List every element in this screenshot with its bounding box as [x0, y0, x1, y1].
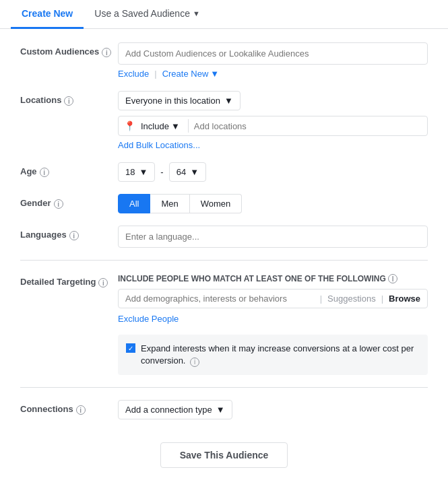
exclude-people-link[interactable]: Exclude People: [118, 314, 179, 324]
connections-content: Add a connection type ▼: [118, 400, 428, 419]
age-row: Age i 18 ▼ - 64 ▼: [20, 162, 428, 182]
connections-chevron-icon: ▼: [216, 405, 225, 415]
gender-all-button[interactable]: All: [118, 194, 150, 213]
save-section: Save This Audience: [20, 432, 428, 475]
custom-audiences-content: Exclude | Create New ▼: [118, 42, 428, 79]
gender-info-icon[interactable]: i: [54, 199, 63, 209]
gender-label: Gender i: [20, 194, 118, 209]
detailed-targeting-content: INCLUDE people who match at least ONE of…: [118, 273, 428, 375]
targeting-desc-text: people who match at least ONE of the fol…: [154, 274, 385, 283]
exclude-button[interactable]: Exclude: [118, 69, 149, 79]
languages-info-icon[interactable]: i: [69, 231, 79, 240]
gender-women-button[interactable]: Women: [190, 194, 243, 213]
tabs-bar: Create New Use a Saved Audience ▼: [0, 0, 448, 29]
custom-audiences-info-icon[interactable]: i: [102, 48, 111, 57]
languages-label: Languages i: [20, 226, 118, 240]
gender-men-button[interactable]: Men: [150, 194, 189, 213]
chevron-down-icon: ▼: [193, 9, 200, 18]
connections-row: Connections i Add a connection type ▼: [20, 400, 428, 419]
custom-audiences-label: Custom Audiences i: [20, 42, 118, 57]
age-max-dropdown[interactable]: 64 ▼: [169, 162, 206, 182]
expand-info-icon[interactable]: i: [190, 357, 199, 367]
age-inputs: 18 ▼ - 64 ▼: [118, 162, 428, 182]
expand-interests-text: Expand interests when it may increase co…: [141, 343, 420, 367]
tab-create-new[interactable]: Create New: [11, 0, 84, 29]
section-divider-1: [20, 260, 428, 261]
connections-label: Connections i: [20, 400, 118, 415]
gender-group: All Men Women: [118, 194, 428, 213]
detailed-targeting-row: Detailed Targeting i INCLUDE people who …: [20, 273, 428, 375]
include-chevron-icon: ▼: [171, 121, 180, 131]
custom-audiences-row: Custom Audiences i Exclude | Create New …: [20, 42, 428, 79]
age-content: 18 ▼ - 64 ▼: [118, 162, 428, 182]
languages-input[interactable]: [118, 226, 428, 248]
expand-interests-checkbox[interactable]: ✓: [126, 343, 135, 353]
targeting-description: INCLUDE people who match at least ONE of…: [118, 273, 428, 283]
gender-row: Gender i All Men Women: [20, 194, 428, 213]
tab-use-saved[interactable]: Use a Saved Audience ▼: [84, 0, 211, 29]
age-label: Age i: [20, 162, 118, 177]
expand-interests-row: ✓ Expand interests when it may increase …: [118, 335, 428, 375]
languages-row: Languages i: [20, 226, 428, 248]
locations-label: Locations i: [20, 91, 118, 106]
audience-actions: Exclude | Create New ▼: [118, 69, 428, 79]
location-pin-icon: 📍: [124, 121, 135, 131]
create-new-chevron-icon: ▼: [210, 69, 219, 79]
locations-dropdown[interactable]: Everyone in this location ▼: [118, 91, 241, 110]
location-input-row: 📍 Include ▼: [118, 116, 428, 136]
age-max-chevron-icon: ▼: [190, 167, 199, 177]
age-min-dropdown[interactable]: 18 ▼: [118, 162, 155, 182]
connections-dropdown[interactable]: Add a connection type ▼: [118, 400, 232, 419]
targeting-input[interactable]: [125, 294, 320, 304]
targeting-input-row: | Suggestions | Browse: [118, 289, 428, 308]
audience-form: Custom Audiences i Exclude | Create New …: [0, 29, 448, 478]
languages-content: [118, 226, 428, 248]
age-dash: -: [160, 167, 163, 177]
tab-saved-label: Use a Saved Audience: [94, 8, 190, 19]
locations-content: Everyone in this location ▼ 📍 Include ▼ …: [118, 91, 428, 150]
checkmark-icon: ✓: [128, 345, 133, 352]
detailed-targeting-info-icon[interactable]: i: [98, 278, 108, 287]
targeting-desc-info-icon[interactable]: i: [388, 274, 397, 283]
suggestions-button[interactable]: Suggestions: [327, 294, 376, 304]
create-new-button[interactable]: Create New ▼: [162, 69, 220, 79]
vertical-divider: [188, 119, 189, 133]
browse-button[interactable]: Browse: [389, 294, 420, 304]
add-locations-input[interactable]: [194, 121, 422, 131]
locations-row: Locations i Everyone in this location ▼ …: [20, 91, 428, 150]
locations-chevron-icon: ▼: [224, 96, 233, 106]
section-divider-2: [20, 387, 428, 388]
age-info-icon[interactable]: i: [40, 168, 49, 177]
targeting-actions: | Suggestions | Browse: [320, 294, 420, 304]
custom-audiences-input[interactable]: [118, 42, 428, 65]
targeting-include-bold: INCLUDE: [118, 274, 154, 283]
detailed-targeting-label: Detailed Targeting i: [20, 273, 118, 287]
bulk-locations-link[interactable]: Add Bulk Locations...: [118, 140, 200, 150]
connections-info-icon[interactable]: i: [76, 405, 86, 415]
age-min-chevron-icon: ▼: [139, 167, 148, 177]
gender-content: All Men Women: [118, 194, 428, 213]
locations-info-icon[interactable]: i: [64, 96, 73, 106]
save-audience-button[interactable]: Save This Audience: [160, 442, 288, 468]
include-dropdown[interactable]: Include ▼: [138, 120, 183, 133]
pipe-divider: |: [154, 69, 156, 79]
